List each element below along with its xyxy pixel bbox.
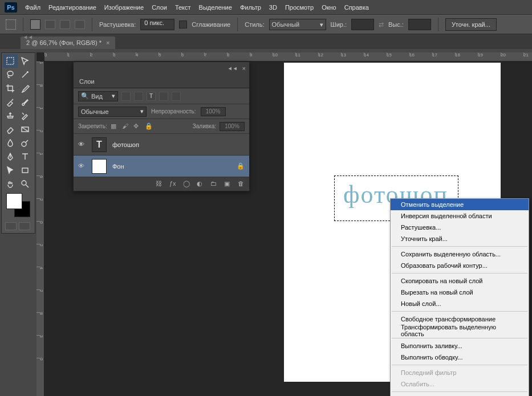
crop-tool[interactable] <box>3 81 18 95</box>
antialias-checkbox[interactable] <box>179 21 187 28</box>
layer-name[interactable]: Фон <box>112 163 231 170</box>
marquee-new-icon[interactable] <box>30 19 40 30</box>
delete-layer-icon[interactable]: 🗑 <box>238 180 246 188</box>
menu-file[interactable]: Файл <box>25 4 40 11</box>
context-menu-item[interactable]: Выполнить заливку... <box>391 340 529 352</box>
menu-help[interactable]: Справка <box>344 4 369 11</box>
menu-view[interactable]: Просмотр <box>285 4 314 11</box>
context-menu-item[interactable]: Скопировать на новый слой <box>391 275 529 287</box>
zoom-tool[interactable] <box>18 177 33 191</box>
context-menu-item[interactable]: Вырезать на новый слой <box>391 287 529 298</box>
healing-brush-tool[interactable] <box>3 95 18 109</box>
blur-tool[interactable] <box>3 136 18 150</box>
marquee-subtract-icon[interactable] <box>60 20 70 29</box>
style-select[interactable]: Обычный▾ <box>269 19 326 30</box>
eraser-tool[interactable] <box>3 123 18 136</box>
lock-paint-icon[interactable]: 🖌 <box>122 123 130 130</box>
filter-shape-icon[interactable] <box>159 92 168 101</box>
document-tab[interactable]: 2 @ 66,7% (Фон, RGB/8) * × <box>21 36 115 49</box>
menu-3d[interactable]: 3D <box>269 4 277 11</box>
foreground-color-swatch[interactable] <box>6 193 22 209</box>
context-menu-item[interactable]: Новый слой... <box>391 298 529 309</box>
context-menu-item[interactable]: Уточнить край... <box>391 233 529 244</box>
clone-stamp-tool[interactable] <box>3 109 18 123</box>
gradient-tool[interactable] <box>18 123 33 136</box>
filter-adjust-icon[interactable] <box>134 92 143 101</box>
visibility-icon[interactable]: 👁 <box>78 141 86 149</box>
layer-row[interactable]: 👁 Фон 🔒 <box>74 156 249 177</box>
marquee-add-icon[interactable] <box>45 20 55 29</box>
opacity-label: Непрозрачность: <box>151 108 196 115</box>
panel-close-icon[interactable]: × <box>242 65 246 72</box>
history-brush-tool[interactable] <box>18 109 33 123</box>
lock-transparency-icon[interactable]: ▩ <box>111 123 119 130</box>
app-logo: Ps <box>5 2 17 13</box>
context-menu-item[interactable]: Выполнить обводку... <box>391 352 529 363</box>
dodge-tool[interactable] <box>18 136 33 150</box>
layer-thumbnail[interactable]: T <box>92 137 107 152</box>
context-menu-item[interactable]: Трансформировать выделенную область <box>391 325 529 336</box>
menu-image[interactable]: Изображение <box>104 4 144 11</box>
context-menu-item[interactable]: Сохранить выделенную область... <box>391 248 529 260</box>
tab-close-icon[interactable]: × <box>106 39 109 46</box>
lock-position-icon[interactable]: ✥ <box>133 123 141 130</box>
filter-pixel-icon[interactable] <box>121 92 131 101</box>
rectangle-tool[interactable] <box>18 164 33 177</box>
menu-select[interactable]: Выделение <box>199 4 232 11</box>
tool-preset-icon[interactable] <box>6 19 16 30</box>
context-menu-item[interactable]: Растушевка... <box>391 222 529 233</box>
link-layers-icon[interactable]: ⛓ <box>156 180 164 188</box>
layer-fx-icon[interactable]: ƒx <box>169 180 177 188</box>
eyedropper-tool[interactable] <box>18 81 33 95</box>
screenmode-icon[interactable] <box>19 222 30 230</box>
context-menu-item[interactable]: Свободное трансформирование <box>391 313 529 325</box>
context-menu-item[interactable]: Инверсия выделенной области <box>391 210 529 222</box>
feather-input[interactable]: 0 пикс. <box>140 19 174 30</box>
layer-filter-select[interactable]: 🔍Вид▾ <box>78 91 118 101</box>
panel-header-bar: ◄◄ × <box>74 62 249 75</box>
context-menu-item[interactable]: Образовать рабочий контур... <box>391 260 529 271</box>
ruler-tick: 5 <box>159 52 181 61</box>
menu-filter[interactable]: Фильтр <box>240 4 261 11</box>
quickmask-icon[interactable] <box>5 222 17 230</box>
lasso-tool[interactable] <box>3 68 18 81</box>
opacity-value[interactable]: 100% <box>201 107 226 116</box>
refine-edge-button[interactable]: Уточн. край... <box>445 18 497 31</box>
separator <box>438 18 438 31</box>
marquee-tool[interactable] <box>3 54 18 68</box>
new-layer-icon[interactable]: ▣ <box>224 180 232 188</box>
swap-dims-icon[interactable]: ⇄ <box>379 21 384 28</box>
context-menu-item[interactable]: Отменить выделение <box>391 199 529 210</box>
new-group-icon[interactable]: 🗀 <box>210 180 218 188</box>
filter-type-icon[interactable]: T <box>147 92 156 101</box>
layer-mask-icon[interactable]: ◯ <box>183 180 191 188</box>
marquee-intersect-icon[interactable] <box>75 20 85 29</box>
color-swatches[interactable] <box>6 193 30 218</box>
hand-tool[interactable] <box>3 177 18 191</box>
width-input[interactable] <box>351 19 374 30</box>
toolbox-footer <box>3 221 34 232</box>
brush-tool[interactable] <box>18 95 33 109</box>
panel-title[interactable]: Слои <box>74 75 249 88</box>
menu-layers[interactable]: Слои <box>152 4 167 11</box>
menu-window[interactable]: Окно <box>322 4 336 11</box>
visibility-icon[interactable]: 👁 <box>78 162 86 170</box>
path-selection-tool[interactable] <box>3 164 18 177</box>
move-tool[interactable] <box>18 54 33 68</box>
adjustment-layer-icon[interactable]: ◐ <box>197 180 205 188</box>
layer-name[interactable]: фотошоп <box>112 141 245 148</box>
fill-value[interactable]: 100% <box>220 122 245 131</box>
filter-smart-icon[interactable] <box>172 92 181 101</box>
layer-row[interactable]: 👁 T фотошоп <box>74 134 249 156</box>
lock-all-icon[interactable]: 🔒 <box>145 123 153 130</box>
panel-collapse-icon[interactable]: ◄◄ <box>23 34 33 40</box>
menu-edit[interactable]: Редактирование <box>48 4 96 11</box>
blend-mode-select[interactable]: Обычные▾ <box>78 107 147 117</box>
pen-tool[interactable] <box>3 150 18 164</box>
magic-wand-tool[interactable] <box>18 68 33 81</box>
height-input[interactable] <box>408 19 431 30</box>
panel-collapse-icon[interactable]: ◄◄ <box>228 66 238 71</box>
menu-text[interactable]: Текст <box>175 4 191 11</box>
type-tool[interactable] <box>18 150 33 164</box>
layer-thumbnail[interactable] <box>92 159 107 174</box>
